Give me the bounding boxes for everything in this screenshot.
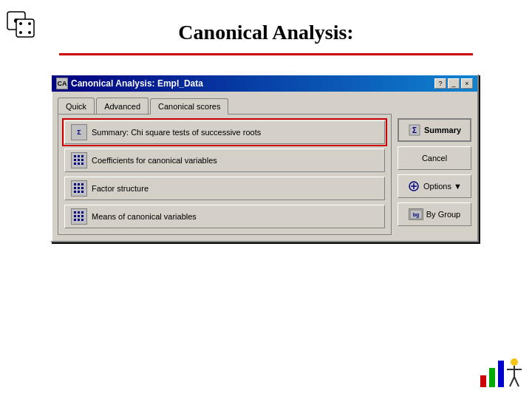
coefficients-button[interactable]: Coefficients for canonical variables <box>64 149 385 172</box>
summary-right-label: Summary <box>424 126 461 134</box>
dialog-content: Quick Advanced Canonical scores Σ Summar… <box>52 92 477 241</box>
titlebar-app-icon: CA <box>56 78 68 89</box>
titlebar-left: CA Canonical Analysis: Empl_Data <box>56 78 203 89</box>
tab-quick[interactable]: Quick <box>58 98 95 114</box>
options-button[interactable]: Options ▼ <box>398 174 471 198</box>
by-group-label: By Group <box>426 210 460 219</box>
right-panel: Σ Summary Cancel Options ▼ <box>398 98 471 235</box>
factor-label: Factor structure <box>92 184 149 193</box>
summary-icon: Σ <box>71 124 87 140</box>
svg-rect-9 <box>498 361 504 387</box>
summary-label: Summary: Chi square tests of successive … <box>92 128 261 137</box>
dialog-titlebar: CA Canonical Analysis: Empl_Data ? _ × <box>52 75 477 92</box>
page-title: Canonical Analysis: <box>0 21 532 44</box>
svg-rect-7 <box>480 375 486 387</box>
svg-text:bg: bg <box>412 212 419 218</box>
means-button[interactable]: Means of canonical variables <box>64 205 385 228</box>
panel-box: Σ Summary: Chi square tests of successiv… <box>58 114 392 235</box>
summary-button[interactable]: Σ Summary: Chi square tests of successiv… <box>64 120 385 144</box>
minimize-button[interactable]: _ <box>448 78 460 89</box>
tab-canonical-scores[interactable]: Canonical scores <box>150 98 228 115</box>
titlebar-controls[interactable]: ? _ × <box>434 78 473 89</box>
tab-advanced[interactable]: Advanced <box>96 98 149 114</box>
factor-icon <box>71 180 87 197</box>
svg-text:Σ: Σ <box>412 126 417 134</box>
svg-point-10 <box>511 358 518 366</box>
by-group-icon: bg <box>409 208 423 220</box>
left-panel: Quick Advanced Canonical scores Σ Summar… <box>58 98 392 235</box>
dialog-title: Canonical Analysis: Empl_Data <box>71 78 203 89</box>
svg-rect-8 <box>489 368 495 387</box>
summary-right-icon: Σ <box>408 123 421 137</box>
dialog-window: CA Canonical Analysis: Empl_Data ? _ × Q… <box>50 74 479 242</box>
close-button[interactable]: × <box>461 78 473 89</box>
svg-line-13 <box>510 377 514 386</box>
factor-structure-button[interactable]: Factor structure <box>64 177 385 200</box>
svg-line-14 <box>514 377 519 386</box>
by-group-button[interactable]: bg By Group <box>398 202 471 226</box>
help-button[interactable]: ? <box>434 78 446 89</box>
cancel-button[interactable]: Cancel <box>398 146 471 170</box>
means-icon <box>71 208 87 225</box>
title-underline <box>59 53 473 55</box>
options-label: Options ▼ <box>423 182 462 191</box>
cancel-label: Cancel <box>422 154 447 163</box>
options-icon <box>407 180 420 193</box>
bottom-decoration <box>479 353 523 390</box>
coefficients-icon <box>71 152 87 168</box>
summary-right-button[interactable]: Σ Summary <box>398 118 471 142</box>
tab-row: Quick Advanced Canonical scores <box>58 98 392 114</box>
means-label: Means of canonical variables <box>92 212 197 221</box>
coefficients-label: Coefficients for canonical variables <box>92 156 217 165</box>
